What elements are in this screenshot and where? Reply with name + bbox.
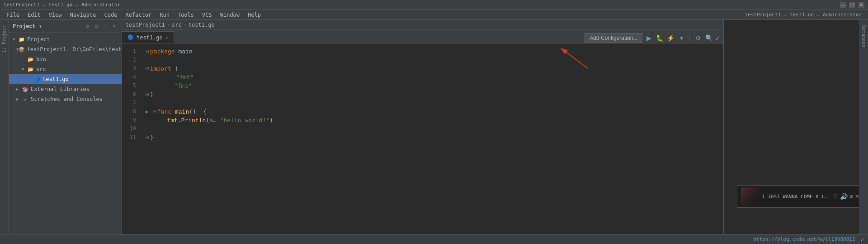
folder-icon: 📁 bbox=[18, 36, 25, 43]
breadcrumb-bar: testProject1 › src › test1.go bbox=[122, 20, 723, 30]
menu-navigate[interactable]: Navigate bbox=[66, 11, 100, 19]
tree-label: bin bbox=[36, 56, 46, 62]
media-title: I JUST WANNA COME A LI... bbox=[762, 194, 830, 200]
media-volume-button[interactable]: 🔊 bbox=[840, 193, 848, 200]
menu-edit[interactable]: Edit bbox=[24, 11, 44, 19]
menu-window[interactable]: Window bbox=[217, 11, 243, 19]
line-num-3: 3 bbox=[122, 64, 136, 73]
sidebar-header: Project ▾ ⚙ ⊟ ≡ ✕ bbox=[9, 20, 122, 33]
menu-vcs[interactable]: VCS bbox=[198, 11, 216, 19]
tree-item-test1go[interactable]: 🔵 test1.go bbox=[9, 74, 122, 84]
line-num-6: 6 bbox=[122, 90, 136, 99]
tree-item-bin[interactable]: 📂 bin bbox=[9, 54, 122, 64]
menu-view[interactable]: View bbox=[45, 11, 66, 19]
sidebar-gear-icon[interactable]: ≡ bbox=[102, 23, 109, 30]
tree-label: External Libraries bbox=[31, 86, 90, 92]
right-gutter: Database bbox=[859, 20, 868, 244]
database-panel-tab[interactable]: Database bbox=[860, 20, 867, 53]
gofile-icon: 🔵 bbox=[33, 76, 41, 83]
project-sidebar: Project ▾ ⚙ ⊟ ≡ ✕ ▼ 📁 Project ▼ bbox=[9, 20, 122, 244]
code-line-5: _ "fmt" bbox=[146, 81, 718, 90]
sidebar-title: Project ▾ bbox=[13, 23, 42, 29]
tab-file-icon: 🔵 bbox=[127, 34, 134, 40]
media-like-button[interactable]: ♡ bbox=[832, 193, 838, 200]
menu-code[interactable]: Code bbox=[101, 11, 121, 19]
module-icon: 📦 bbox=[19, 46, 25, 53]
line-num-2: 2 bbox=[122, 56, 136, 64]
url-text: https://blog.csdn.net/wyll19980812 bbox=[753, 236, 855, 242]
editor-tab-test1go[interactable]: 🔵 test1.go ✕ bbox=[122, 31, 174, 43]
right-panel: I JUST WANNA COME A LI... ♡ 🔊 ≡ ✕ Databa… bbox=[723, 20, 868, 244]
fold-icon-1[interactable]: ⊟ bbox=[146, 47, 149, 56]
folder-icon: 📂 bbox=[27, 56, 34, 63]
fold-icon-8[interactable]: ⊟ bbox=[153, 107, 156, 116]
tree-arrow bbox=[28, 77, 33, 81]
breadcrumb-sep2: › bbox=[184, 22, 187, 28]
tree-item-root-project[interactable]: ▼ 📁 Project bbox=[9, 34, 122, 44]
media-controls: ♡ 🔊 ≡ ✕ bbox=[832, 193, 859, 200]
add-configuration-button[interactable]: Add Configuration... bbox=[585, 33, 642, 43]
run-button[interactable]: ▶ bbox=[644, 33, 653, 43]
more-options-button[interactable]: ▾ bbox=[677, 33, 686, 43]
line-num-7: 7 bbox=[122, 99, 136, 107]
code-line-10 bbox=[146, 124, 718, 133]
line-num-9: 9 bbox=[122, 116, 136, 124]
fold-icon-11[interactable]: ⊟ bbox=[146, 133, 149, 142]
tree-item-testproject1[interactable]: ▼ 📦 testProject1 D:\GoFiles\testProject1 bbox=[9, 44, 122, 54]
menu-tools[interactable]: Tools bbox=[174, 11, 198, 19]
project-tree: ▼ 📁 Project ▼ 📦 testProject1 D:\GoFiles\… bbox=[9, 33, 122, 244]
checkmark-status: ✓ bbox=[715, 34, 720, 43]
fold-icon-6[interactable]: ⊟ bbox=[146, 90, 149, 99]
menu-refactor[interactable]: Refactor bbox=[122, 11, 155, 19]
close-button[interactable]: ✕ bbox=[858, 2, 864, 8]
tree-item-external-libraries[interactable]: ▶ 📚 External Libraries bbox=[9, 84, 122, 94]
code-line-2 bbox=[146, 56, 718, 64]
code-line-1: ⊟ package main bbox=[146, 47, 718, 56]
code-line-4: "fmt" bbox=[146, 73, 718, 81]
menu-help[interactable]: Help bbox=[244, 11, 264, 19]
project-panel-tab[interactable]: 1: Project bbox=[1, 22, 8, 56]
sidebar-collapse-icon[interactable]: ⊟ bbox=[93, 23, 100, 30]
media-thumbnail bbox=[741, 187, 759, 206]
tree-item-src[interactable]: ▼ 📂 src bbox=[9, 64, 122, 74]
fold-icon-3[interactable]: ⊟ bbox=[146, 64, 149, 73]
debug-button[interactable]: 🐛 bbox=[655, 33, 664, 43]
line-num-10: 10 bbox=[122, 124, 136, 133]
tree-label: test1.go bbox=[42, 76, 69, 82]
minimize-button[interactable]: — bbox=[840, 2, 846, 8]
menu-run[interactable]: Run bbox=[156, 11, 173, 19]
media-list-button[interactable]: ≡ bbox=[849, 193, 853, 200]
code-line-3: ⊟ import ( bbox=[146, 64, 718, 73]
settings-button[interactable]: ⚙ bbox=[693, 33, 703, 43]
menu-file[interactable]: File bbox=[3, 11, 23, 19]
window-controls: — ❐ ✕ bbox=[840, 2, 864, 8]
tree-label: Scratches and Consoles bbox=[31, 96, 103, 102]
tree-label: testProject1 D:\GoFiles\testProject1 bbox=[27, 46, 122, 53]
app-window: testProject1 – test1.go – Administrator … bbox=[0, 0, 868, 244]
line-num-5: 5 bbox=[122, 81, 136, 90]
tree-label: Project bbox=[27, 36, 50, 43]
sidebar-close-icon[interactable]: ✕ bbox=[111, 23, 118, 30]
tree-arrow bbox=[22, 57, 27, 62]
sidebar-header-icons: ⚙ ⊟ ≡ ✕ bbox=[84, 23, 118, 30]
folder-open-icon: 📂 bbox=[27, 66, 34, 73]
media-thumb-image bbox=[741, 187, 759, 206]
status-bar: https://blog.csdn.net/wyll19980812 ✓ bbox=[0, 234, 868, 244]
code-editor[interactable]: ⊟ package main ⊟ import ( "fmt" bbox=[140, 43, 723, 244]
line-num-8: 8 bbox=[122, 107, 136, 116]
run-toolbar: Add Configuration... ▶ 🐛 ⚡ ▾ ⚙ 🔍 ✓ bbox=[585, 33, 723, 43]
coverage-button[interactable]: ⚡ bbox=[666, 33, 675, 43]
project-name-display: testProject1 – test1.go – Administrator bbox=[745, 12, 862, 18]
tab-bar: 🔵 test1.go ✕ Add Configuration... ▶ 🐛 ⚡ … bbox=[122, 30, 723, 43]
restore-button[interactable]: ❐ bbox=[849, 2, 855, 8]
menu-bar: File Edit View Navigate Code Refactor Ru… bbox=[0, 10, 868, 20]
tree-item-scratches[interactable]: ▶ ✏ Scratches and Consoles bbox=[9, 94, 122, 104]
content-area: 1: Project Project ▾ ⚙ ⊟ ≡ ✕ ▼ 📁 Project bbox=[0, 20, 868, 244]
sidebar-settings-icon[interactable]: ⚙ bbox=[84, 23, 91, 30]
media-player-widget: I JUST WANNA COME A LI... ♡ 🔊 ≡ ✕ bbox=[737, 185, 863, 208]
code-line-7 bbox=[146, 99, 718, 107]
search-everywhere-button[interactable]: 🔍 bbox=[704, 33, 713, 43]
run-line-indicator[interactable]: ▶ bbox=[146, 107, 151, 116]
code-line-9: fmt.Println(a… "hello world!") bbox=[146, 116, 718, 124]
tab-close-button[interactable]: ✕ bbox=[165, 35, 168, 40]
